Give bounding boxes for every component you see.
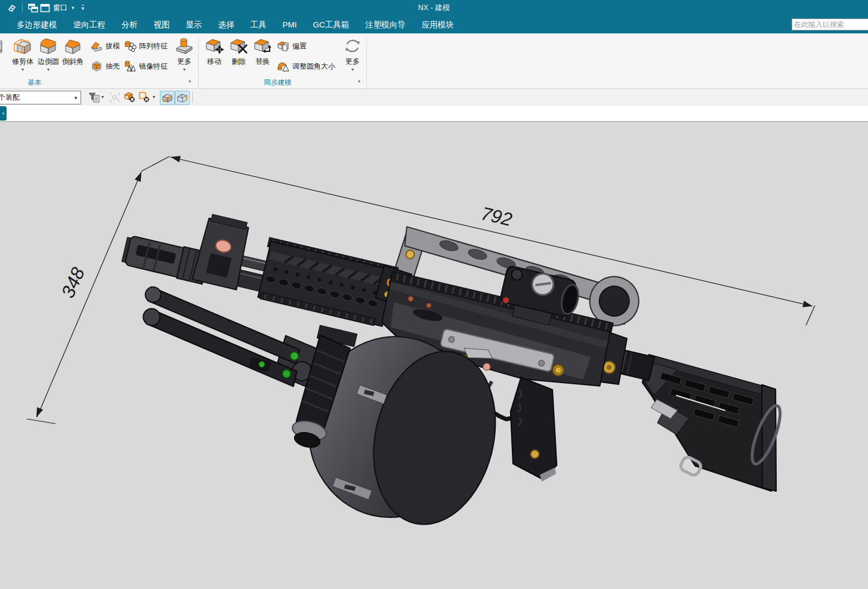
window-title: NX - 建模 xyxy=(0,0,868,16)
ribbon-group-label-sync: 同步建模 xyxy=(249,78,306,87)
ribbon-button-label: 更多 xyxy=(345,57,360,67)
ribbon-button-draft[interactable]: 拔模 xyxy=(89,37,125,55)
ribbon-button-delete-face[interactable]: 删除 xyxy=(227,35,250,79)
chevron-down-icon[interactable]: ▾ xyxy=(153,94,155,100)
shaded-toggle-icon[interactable] xyxy=(160,91,175,105)
ribbon-button-label: 镜像特征 xyxy=(139,61,168,72)
chevron-down-icon[interactable]: ▾ xyxy=(101,94,104,100)
dimension-label-792[interactable]: 792 xyxy=(479,203,514,230)
ribbon-button-label: 删除 xyxy=(231,57,246,67)
customize-icon[interactable] xyxy=(6,2,18,13)
ribbon-button-label: 拔模 xyxy=(106,41,120,51)
quick-access-toolbar: 窗口 ▾ ▾ xyxy=(6,1,84,14)
ribbon-button-replace-face[interactable]: 替换 xyxy=(251,35,274,79)
trim-body-icon xyxy=(13,35,33,55)
ribbon-button-label: 去 xyxy=(0,57,1,67)
tab-display[interactable]: 显示 xyxy=(186,16,202,33)
ribbon-tab-row: 多边形建模 逆向工程 分析 视图 显示 选择 工具 PMI GC工具箱 注塑模向… xyxy=(0,16,868,33)
ribbon-button-label: 边倒圆 xyxy=(38,57,59,67)
graphics-viewport[interactable]: 792 348 xyxy=(0,122,868,589)
resize-blend-icon xyxy=(276,60,291,72)
replace-face-icon xyxy=(252,35,273,55)
ribbon-button-chamfer[interactable]: 倒斜角 xyxy=(60,35,86,79)
ribbon: 去 修剪体 边倒圆 xyxy=(0,33,868,89)
cascade-windows-icon[interactable] xyxy=(27,2,39,13)
ribbon-button-label: 更多 xyxy=(177,57,191,67)
window-icon[interactable] xyxy=(39,2,51,13)
divider xyxy=(192,92,193,103)
group-overflow-arrow[interactable] xyxy=(358,79,360,84)
wireframe-toggle-icon[interactable] xyxy=(175,91,190,105)
ribbon-button-label: 替换 xyxy=(255,57,270,67)
offset-region-icon xyxy=(276,40,291,52)
move-face-icon xyxy=(204,35,224,55)
chevron-down-icon[interactable]: ▾ xyxy=(72,5,75,11)
ribbon-button-move-face[interactable]: 移动 xyxy=(203,35,226,79)
chevron-down-icon xyxy=(21,67,24,72)
more-icon xyxy=(174,35,194,55)
tab-polygon-modeling[interactable]: 多边形建模 xyxy=(17,16,57,33)
tab-select[interactable]: 选择 xyxy=(218,16,234,33)
command-search xyxy=(792,18,868,30)
selection-toolbar: 个装配 ▾ ▾ ▾ xyxy=(0,89,868,106)
tab-tools[interactable]: 工具 xyxy=(251,16,267,33)
gun-model-3d[interactable] xyxy=(78,165,816,589)
ribbon-button-shell[interactable]: 抽壳 xyxy=(89,57,125,75)
ribbon-collapse-icon[interactable]: ▾ xyxy=(82,5,85,11)
rectangle-select-icon[interactable] xyxy=(138,91,152,104)
tab-view[interactable]: 视图 xyxy=(154,16,170,33)
draft-icon xyxy=(89,40,104,52)
ribbon-button-more-sync[interactable]: 更多 xyxy=(341,35,364,79)
mirror-feature-icon xyxy=(123,60,137,72)
shell-icon xyxy=(89,60,104,72)
ribbon-button-label: 抽壳 xyxy=(106,61,120,72)
cylinder-icon xyxy=(0,35,7,55)
chamfer-icon xyxy=(63,35,83,55)
pistol-grip xyxy=(497,377,574,482)
tab-mold-wizard[interactable]: 注塑模向导 xyxy=(365,16,406,33)
resource-bar-strip xyxy=(0,106,868,122)
chevron-down-icon xyxy=(351,67,354,72)
handguard-rail xyxy=(255,238,399,328)
delete-face-icon xyxy=(228,35,249,55)
ribbon-button-clipped[interactable]: 去 xyxy=(0,35,8,79)
dimension-label-348[interactable]: 348 xyxy=(57,264,89,301)
tab-analysis[interactable]: 分析 xyxy=(122,16,138,33)
ribbon-button-edge-blend[interactable]: 边倒圆 xyxy=(36,35,61,79)
ribbon-button-resize-blend[interactable]: 调整圆角大小 xyxy=(276,57,342,75)
tab-pmi[interactable]: PMI xyxy=(283,16,297,33)
window-menu-label[interactable]: 窗口 xyxy=(53,3,67,13)
type-filter-icon[interactable] xyxy=(87,91,101,104)
panel-collapse-tab[interactable] xyxy=(0,106,7,121)
chevron-down-icon xyxy=(47,67,50,72)
3d-scene[interactable]: 792 348 xyxy=(0,122,868,589)
search-input[interactable] xyxy=(792,18,868,30)
tab-reverse-engineering[interactable]: 逆向工程 xyxy=(73,16,106,33)
titlebar: NX - 建模 窗口 ▾ ▾ xyxy=(0,0,868,16)
ribbon-button-offset-region[interactable]: 偏置 xyxy=(276,37,342,55)
selection-scope-combo[interactable]: 个装配 ▾ xyxy=(0,91,81,104)
snap-point-icon xyxy=(109,91,122,104)
ribbon-button-label: 调整圆角大小 xyxy=(292,61,335,72)
chevron-down-icon: ▾ xyxy=(71,95,81,101)
ribbon-button-more-basic[interactable]: 更多 xyxy=(173,35,196,79)
divider xyxy=(22,3,23,13)
ribbon-button-label: 倒斜角 xyxy=(62,57,84,67)
ribbon-button-label: 修剪体 xyxy=(12,57,33,67)
ribbon-button-trim-body[interactable]: 修剪体 xyxy=(10,35,36,79)
refresh-more-icon xyxy=(342,35,363,55)
selection-scope-value: 个装配 xyxy=(0,92,71,103)
pattern-feature-icon xyxy=(123,40,137,52)
ribbon-button-label: 偏置 xyxy=(292,41,307,51)
ribbon-button-mirror-feature[interactable]: 镜像特征 xyxy=(123,57,169,75)
group-overflow-arrow[interactable] xyxy=(189,79,191,84)
tab-application[interactable]: 应用模块 xyxy=(422,16,454,33)
chevron-down-icon xyxy=(183,67,186,72)
tab-gc-toolbox[interactable]: GC工具箱 xyxy=(313,16,350,33)
ribbon-button-pattern-feature[interactable]: 阵列特征 xyxy=(123,37,169,55)
select-solid-icon[interactable] xyxy=(123,91,137,104)
edge-blend-icon xyxy=(38,35,58,55)
ribbon-button-label: 阵列特征 xyxy=(139,41,168,51)
ribbon-group-label-basic: 基本 xyxy=(16,78,54,87)
ribbon-button-label: 移动 xyxy=(207,57,221,67)
